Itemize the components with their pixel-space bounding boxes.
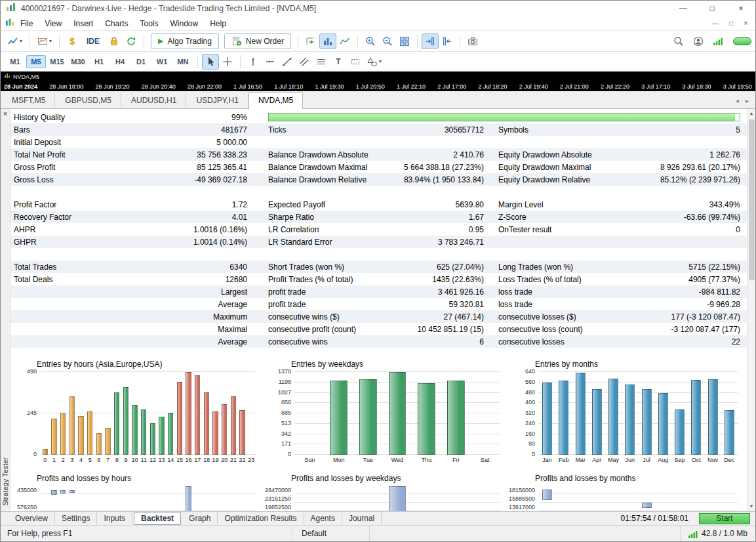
menu-view[interactable]: View — [39, 18, 68, 30]
zoom-out-button[interactable] — [379, 33, 396, 49]
tile-windows-button[interactable] — [396, 33, 413, 49]
mdi-restore-icon[interactable]: □ — [729, 20, 733, 27]
timeframe-w1[interactable]: W1 — [152, 55, 172, 68]
chart-bar — [559, 381, 568, 455]
timeframe-mn[interactable]: MN — [173, 55, 193, 68]
y-tick-label: 1198 — [265, 379, 291, 385]
account-button[interactable] — [690, 33, 707, 49]
chart-bar — [359, 379, 377, 455]
timeframe-m1[interactable]: M1 — [5, 55, 25, 68]
menu-bar: FileViewInsertChartsToolsWindowHelp — □ … — [1, 16, 755, 31]
chart-tab-msft-m5[interactable]: MSFT,M5 — [2, 93, 55, 108]
channel-tool[interactable] — [296, 54, 313, 70]
search-icon — [673, 36, 684, 47]
chart-title: Profits and losses by months — [535, 474, 747, 483]
vertical-scrollbar[interactable]: ▲ ▼ — [747, 109, 755, 511]
zoom-in-button[interactable] — [362, 33, 379, 49]
tab-backtest[interactable]: Backtest — [134, 512, 181, 525]
stat-label: consecutive wins ($) — [247, 312, 390, 322]
x-tick-label: 15 — [175, 457, 184, 463]
mdi-minimize-icon[interactable]: — — [712, 20, 719, 27]
rectangle-tool[interactable] — [347, 54, 364, 70]
entries-by-hours-chart: Entries by hours (Asia,Europe,USA)490245… — [10, 360, 265, 463]
timeframe-h1[interactable]: H1 — [89, 55, 109, 68]
ide-button[interactable]: IDE — [81, 33, 106, 49]
profiles-button[interactable]: ▾ — [34, 33, 55, 49]
horizontal-line-tool[interactable] — [262, 54, 279, 70]
stat-value: 99% — [124, 113, 247, 122]
x-tick-label: 5 — [85, 457, 94, 463]
tab-inputs[interactable]: Inputs — [97, 512, 132, 524]
scroll-down-icon[interactable]: ▼ — [749, 504, 754, 509]
toolbar-separator — [357, 35, 358, 48]
tab-overview[interactable]: Overview — [9, 512, 55, 524]
stat-value: 12680 — [124, 275, 247, 284]
menu-help[interactable]: Help — [204, 18, 232, 30]
dock-left-panel-button[interactable] — [439, 33, 456, 49]
refresh-button[interactable] — [123, 33, 140, 49]
menu-charts[interactable]: Charts — [99, 18, 134, 30]
scroll-up-icon[interactable]: ▲ — [749, 111, 754, 116]
stat-value: 1.0014 (0.14%) — [124, 238, 247, 247]
dock-right-panel-button[interactable] — [422, 33, 439, 49]
tab-settings[interactable]: Settings — [55, 512, 97, 524]
algo-trading-button[interactable]: ▶ Algo Trading — [151, 33, 219, 49]
y-tick-label: 245 — [10, 410, 37, 416]
timeframe-m30[interactable]: M30 — [68, 55, 88, 68]
new-chart-button[interactable]: ▾ — [5, 33, 26, 49]
tab-agents[interactable]: Agents — [304, 512, 342, 524]
timeframe-m15[interactable]: M15 — [47, 55, 67, 68]
chart-tab-usdjpy-h1[interactable]: USDJPY,H1 — [186, 93, 248, 108]
stat-label: LR Correlation — [247, 225, 390, 234]
chart-tab-gbpusd-m5[interactable]: GBPUSD,M5 — [55, 93, 121, 108]
chart-gridline — [539, 493, 738, 494]
stat-label: profit trade — [247, 300, 390, 309]
menu-insert[interactable]: Insert — [68, 18, 99, 30]
trendline-tool[interactable] — [279, 54, 296, 70]
chart-shift-button[interactable] — [302, 33, 319, 49]
chart-bar — [708, 379, 718, 455]
tabs-scroll-left-icon[interactable]: ◂ — [736, 97, 739, 104]
bar-chart-mode-button[interactable] — [319, 33, 336, 49]
chart-shift-icon — [306, 36, 316, 47]
shapes-tool[interactable]: ▾ — [364, 54, 385, 70]
text-tool[interactable]: T — [330, 54, 347, 70]
line-chart-mode-button[interactable] — [336, 33, 353, 49]
screenshot-button[interactable] — [464, 33, 481, 49]
stat-label: Recovery Factor — [14, 213, 124, 222]
tab-journal[interactable]: Journal — [342, 512, 382, 524]
menu-tools[interactable]: Tools — [134, 18, 165, 30]
timeframe-d1[interactable]: D1 — [131, 55, 151, 68]
minimize-icon[interactable]: — — [669, 1, 698, 16]
lock-button[interactable] — [106, 33, 123, 49]
menu-window[interactable]: Window — [165, 18, 205, 30]
status-profile[interactable]: Default — [292, 526, 369, 541]
mdi-close-icon[interactable]: × — [744, 20, 747, 27]
maximize-icon[interactable]: □ — [698, 1, 726, 16]
chart-gridline — [539, 371, 738, 372]
minimized-chart-strip[interactable]: NVDA,M5 28 Jun 202428 Jun 18:0028 Jun 19… — [1, 72, 755, 91]
menu-file[interactable]: File — [14, 18, 39, 30]
zoom-in-icon — [365, 36, 376, 47]
new-order-button[interactable]: New Order — [224, 33, 291, 49]
deposit-button[interactable]: $ — [64, 33, 81, 49]
close-icon[interactable]: × — [726, 1, 755, 16]
chart-tab-nvda-m5[interactable]: NVDA,M5 — [249, 93, 303, 109]
start-button[interactable]: Start — [699, 513, 750, 524]
panel-close-icon[interactable]: × — [3, 110, 7, 117]
tab-graph[interactable]: Graph — [182, 512, 218, 524]
tabs-scroll-right-icon[interactable]: ▸ — [746, 97, 749, 104]
search-button[interactable] — [670, 33, 687, 49]
stat-value: 1.72 — [124, 200, 247, 209]
crosshair-tool[interactable] — [219, 54, 236, 70]
tab-optimization-results[interactable]: Optimization Results — [218, 512, 304, 524]
cursor-tool[interactable] — [202, 54, 219, 70]
equidistant-channel-tool[interactable] — [313, 54, 330, 70]
chart-tab-audusd-h1[interactable]: AUDUSD,H1 — [121, 93, 186, 108]
x-tick-label: Nov — [705, 457, 721, 463]
timeframe-m5[interactable]: M5 — [26, 55, 46, 68]
scrollbar-thumb[interactable] — [749, 119, 755, 280]
stat-value: 27 (467.14) — [390, 312, 484, 322]
timeframe-h4[interactable]: H4 — [110, 55, 130, 68]
vertical-line-tool[interactable] — [245, 54, 262, 70]
